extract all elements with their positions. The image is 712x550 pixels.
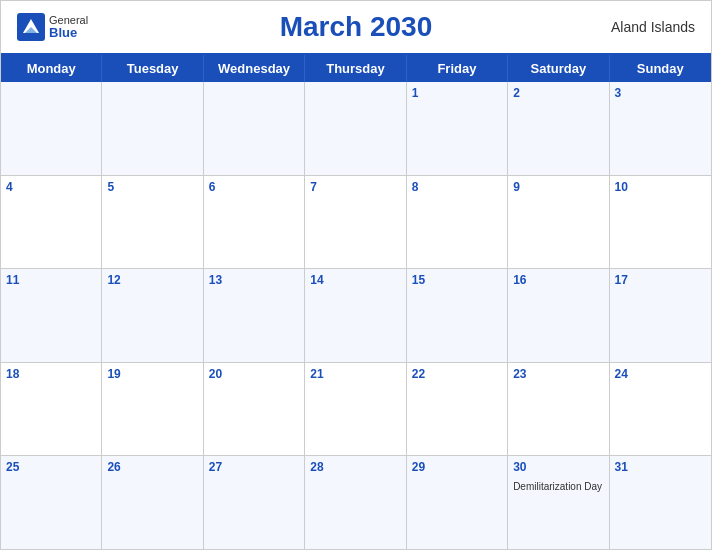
general-blue-logo-icon: [17, 13, 45, 41]
header-monday: Monday: [1, 55, 102, 82]
day-cell-11-2-0: 11: [1, 269, 102, 362]
day-cell-3-0-6: 3: [610, 82, 711, 175]
day-cell-27-4-2: 27: [204, 456, 305, 549]
day-cell-7-1-3: 7: [305, 176, 406, 269]
week-row-5: 252627282930Demilitarization Day31: [1, 456, 711, 549]
day-number-19: 19: [107, 367, 197, 381]
day-cell-13-2-2: 13: [204, 269, 305, 362]
week-row-3: 11121314151617: [1, 269, 711, 363]
event-30: Demilitarization Day: [513, 481, 602, 492]
day-cell-9-1-5: 9: [508, 176, 609, 269]
day-number-14: 14: [310, 273, 400, 287]
day-cell-6-1-2: 6: [204, 176, 305, 269]
day-cell-16-2-5: 16: [508, 269, 609, 362]
day-cell-28-4-3: 28: [305, 456, 406, 549]
day-number-22: 22: [412, 367, 502, 381]
day-cell-26-4-1: 26: [102, 456, 203, 549]
day-number-1: 1: [412, 86, 502, 100]
day-number-9: 9: [513, 180, 603, 194]
day-cell-20-3-2: 20: [204, 363, 305, 456]
week-row-2: 45678910: [1, 176, 711, 270]
day-number-4: 4: [6, 180, 96, 194]
day-number-16: 16: [513, 273, 603, 287]
day-number-23: 23: [513, 367, 603, 381]
day-number-10: 10: [615, 180, 706, 194]
header-wednesday: Wednesday: [204, 55, 305, 82]
day-number-31: 31: [615, 460, 706, 474]
day-number-28: 28: [310, 460, 400, 474]
day-cell-10-1-6: 10: [610, 176, 711, 269]
day-number-25: 25: [6, 460, 96, 474]
day-cell-30-4-5: 30Demilitarization Day: [508, 456, 609, 549]
day-number-11: 11: [6, 273, 96, 287]
day-cell-5-1-1: 5: [102, 176, 203, 269]
day-number-17: 17: [615, 273, 706, 287]
day-cell-14-2-3: 14: [305, 269, 406, 362]
calendar-container: General Blue March 2030 Aland Islands Mo…: [0, 0, 712, 550]
logo-text: General Blue: [49, 14, 88, 40]
day-cell-19-3-1: 19: [102, 363, 203, 456]
logo-blue-text: Blue: [49, 26, 88, 40]
day-cell-empty-0-3: [305, 82, 406, 175]
day-cell-15-2-4: 15: [407, 269, 508, 362]
weeks-container: 1234567891011121314151617181920212223242…: [1, 82, 711, 549]
day-number-6: 6: [209, 180, 299, 194]
day-cell-empty-0-2: [204, 82, 305, 175]
day-cell-22-3-4: 22: [407, 363, 508, 456]
day-number-2: 2: [513, 86, 603, 100]
calendar-title: March 2030: [280, 11, 433, 43]
day-number-12: 12: [107, 273, 197, 287]
day-cell-8-1-4: 8: [407, 176, 508, 269]
day-cell-21-3-3: 21: [305, 363, 406, 456]
calendar-grid: Monday Tuesday Wednesday Thursday Friday…: [1, 53, 711, 549]
day-number-8: 8: [412, 180, 502, 194]
logo-area: General Blue: [17, 13, 88, 41]
day-number-20: 20: [209, 367, 299, 381]
day-number-7: 7: [310, 180, 400, 194]
header-friday: Friday: [407, 55, 508, 82]
week-row-1: 123: [1, 82, 711, 176]
day-cell-12-2-1: 12: [102, 269, 203, 362]
day-cell-2-0-5: 2: [508, 82, 609, 175]
region-label: Aland Islands: [611, 19, 695, 35]
day-number-3: 3: [615, 86, 706, 100]
day-cell-17-2-6: 17: [610, 269, 711, 362]
header-saturday: Saturday: [508, 55, 609, 82]
day-number-21: 21: [310, 367, 400, 381]
day-number-29: 29: [412, 460, 502, 474]
week-row-4: 18192021222324: [1, 363, 711, 457]
day-cell-18-3-0: 18: [1, 363, 102, 456]
day-cell-empty-0-0: [1, 82, 102, 175]
day-number-30: 30: [513, 460, 603, 474]
header-tuesday: Tuesday: [102, 55, 203, 82]
calendar-header: General Blue March 2030 Aland Islands: [1, 1, 711, 53]
day-number-24: 24: [615, 367, 706, 381]
day-cell-23-3-5: 23: [508, 363, 609, 456]
day-cell-1-0-4: 1: [407, 82, 508, 175]
day-headers-row: Monday Tuesday Wednesday Thursday Friday…: [1, 55, 711, 82]
day-cell-24-3-6: 24: [610, 363, 711, 456]
day-cell-31-4-6: 31: [610, 456, 711, 549]
day-number-26: 26: [107, 460, 197, 474]
day-cell-empty-0-1: [102, 82, 203, 175]
day-number-13: 13: [209, 273, 299, 287]
day-cell-29-4-4: 29: [407, 456, 508, 549]
day-cell-25-4-0: 25: [1, 456, 102, 549]
day-number-15: 15: [412, 273, 502, 287]
day-cell-4-1-0: 4: [1, 176, 102, 269]
header-sunday: Sunday: [610, 55, 711, 82]
day-number-27: 27: [209, 460, 299, 474]
day-number-5: 5: [107, 180, 197, 194]
header-thursday: Thursday: [305, 55, 406, 82]
day-number-18: 18: [6, 367, 96, 381]
